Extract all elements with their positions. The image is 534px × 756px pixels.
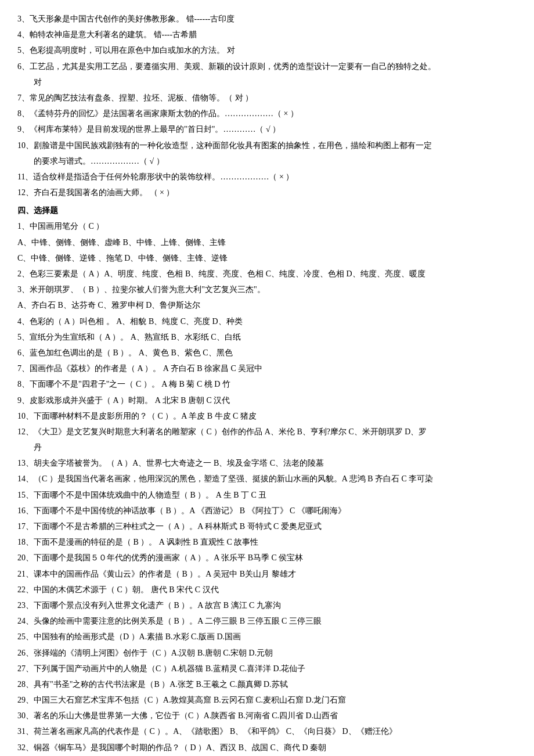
text-line-21: 5、宣纸分为生宣纸和（ A ）。 A、熟宣纸 B、水彩纸 C、白纸 xyxy=(17,330,517,344)
text-line-32: 16、下面哪个不是中国传统的神话故事（ B ）。A 《西游记》 B 《阿拉丁》 … xyxy=(17,503,517,518)
text-line-39: 24、头像的绘画中需要注意的比例关系是（ B ）。A 二停三眼 B 三停五眼 C… xyxy=(17,614,517,628)
text-line-36: 21、课本中的国画作品《黄山云》的作者是（ B ）。A 吴冠中 B关山月 黎雄才 xyxy=(17,567,517,581)
text-line-9: 10、剧脸谱是中国民族戏剧独有的一种化妆造型，这种面部化妆具有图案的抽象性，在用… xyxy=(17,138,517,153)
text-line-40: 25、中国独有的绘画形式是（D ）A.素描 B.水彩 C.版画 D.国画 xyxy=(17,629,517,644)
text-line-18: 3、米开朗琪罗、（ B ）、拉斐尔被人们誉为意大利"文艺复兴三杰"。 xyxy=(17,282,517,297)
text-line-3: 5、色彩提高明度时，可以用在原色中加白或加水的方法。 对 xyxy=(17,43,517,57)
text-line-43: 28、具有"书圣"之称的古代书法家是（B ）A.张芝 B.王羲之 C.颜真卿 D… xyxy=(17,677,517,692)
text-line-12: 12、齐白石是我国著名的油画大师。 （ × ） xyxy=(17,185,517,200)
text-line-10: 的要求与谱式。………………（ √ ） xyxy=(17,154,517,168)
text-line-1: 3、飞天形象是中国古代创作的美好佛教形象。 错------古印度 xyxy=(17,12,517,26)
text-line-5: 对 xyxy=(17,75,517,89)
text-line-23: 7、国画作品《荔枝》的作者是（ A ）。 A 齐白石 B 徐家昌 C 吴冠中 xyxy=(17,361,517,376)
text-line-28: 丹 xyxy=(17,440,517,455)
text-line-8: 9、《柯库布莱特》是目前发现的世界上最早的"首日封"。…………（ √ ） xyxy=(17,122,517,136)
text-line-29: 13、胡夫金字塔被誉为。（ A ）A、世界七大奇迹之一 B、埃及金字塔 C、法老… xyxy=(17,456,517,470)
text-line-37: 22、中国的木偶艺术源于（ C ）朝。 唐代 B 宋代 C 汉代 xyxy=(17,582,517,597)
text-line-20: 4、色彩的（ A ）叫色相 。 A、相貌 B、纯度 C、亮度 D、种类 xyxy=(17,314,517,329)
text-line-35: 20、下面哪个是我国５０年代的优秀的漫画家（ A ）。A 张乐平 B马季 C 侯… xyxy=(17,550,517,565)
text-line-47: 32、铜器《铜车马》是我国哪个时期的作品？（ D ）A、西汉 B、战国 C、商代… xyxy=(17,740,517,755)
main-content: 3、飞天形象是中国古代创作的美好佛教形象。 错------古印度4、帕特农神庙是… xyxy=(17,12,517,756)
text-line-45: 30、著名的乐山大佛是世界第一大佛，它位于（C ）A.陕西省 B.河南省 C.四… xyxy=(17,708,517,723)
text-line-31: 15、下面哪个不是中国体统戏曲中的人物造型（ B ）。 A 生 B 丁 C 丑 xyxy=(17,488,517,502)
text-line-38: 23、下面哪个景点没有列入世界文化遗产（ B ）。A 故宫 B 漓江 C 九寨沟 xyxy=(17,598,517,613)
text-line-14: 1、中国画用笔分（ C ） xyxy=(17,219,517,233)
text-line-13: 四、选择题 xyxy=(17,203,517,218)
text-line-16: C、中锋、侧锋、逆锋 、拖笔 D、中锋、侧锋、主锋、逆锋 xyxy=(17,251,517,265)
text-line-34: 18、下面不是漫画的特征的是（ B ）。 A 讽刺性 B 直观性 C 故事性 xyxy=(17,535,517,549)
text-line-41: 26、张择端的《清明上河图》创作于（C ）A.汉朝 B.唐朝 C.宋朝 D.元朝 xyxy=(17,646,517,660)
text-line-30: 14、（C ）是我国当代著名画家，他用深沉的黑色，塑造了坚强、挺拔的新山水画的风… xyxy=(17,471,517,486)
text-line-7: 8、《孟特芬丹的回忆》是法国著名画家康斯太勃的作品。………………（ × ） xyxy=(17,106,517,121)
text-line-4: 6、工艺品，尤其是实用工艺品，要遵循实用、美观、新颖的设计原则，优秀的造型设计一… xyxy=(17,59,517,74)
text-line-15: A、中锋、侧锋、侧锋、虚峰 B、中锋、上锋、侧锋、主锋 xyxy=(17,235,517,250)
text-line-26: 10、下面哪种材料不是皮影所用的？（ C ）。A 羊皮 B 牛皮 C 猪皮 xyxy=(17,409,517,423)
text-line-11: 11、适合纹样是指适合于任何外轮廓形状中的装饰纹样。………………（ × ） xyxy=(17,170,517,184)
text-line-17: 2、色彩三要素是（ A ）A、明度、纯度、色相 B、纯度、亮度、色相 C、纯度、… xyxy=(17,267,517,281)
text-line-33: 17、下面哪个不是古希腊的三种柱式之一（ A ）。A 科林斯式 B 哥特式 C … xyxy=(17,519,517,534)
text-line-42: 27、下列属于国产动画片中的人物是（C ）A.机器猫 B.蓝精灵 C.喜洋洋 D… xyxy=(17,661,517,676)
text-line-22: 6、蓝色加红色调出的是（ B ）。 A、黄色 B、紫色 C、黑色 xyxy=(17,345,517,360)
text-line-27: 12、《大卫》是文艺复兴时期意大利著名的雕塑家（ C ）创作的作品 A、米伦 B… xyxy=(17,424,517,439)
text-line-44: 29、中国三大石窟艺术宝库不包括（C ）A.敦煌莫高窟 B.云冈石窟 C.麦积山… xyxy=(17,693,517,707)
text-line-6: 7、常见的陶艺技法有盘条、捏塑、拉坯、泥板、借物等。（ 对 ） xyxy=(17,91,517,105)
text-line-19: A、齐白石 B、达芬奇 C、雅罗申柯 D、鲁伊斯达尔 xyxy=(17,298,517,312)
text-line-25: 9、皮影戏形成并兴盛于（ A ）时期。 A 北宋 B 唐朝 C 汉代 xyxy=(17,393,517,408)
text-line-2: 4、帕特农神庙是意大利著名的建筑。 错----古希腊 xyxy=(17,27,517,42)
text-line-24: 8、下面哪个不是"四君子"之一（ C ）。 A 梅 B 菊 C 桃 D 竹 xyxy=(17,377,517,391)
text-line-46: 31、荷兰著名画家凡高的代表作是（ C ）。A、《踏歌图》 B、《和平鸽》 C、… xyxy=(17,724,517,739)
